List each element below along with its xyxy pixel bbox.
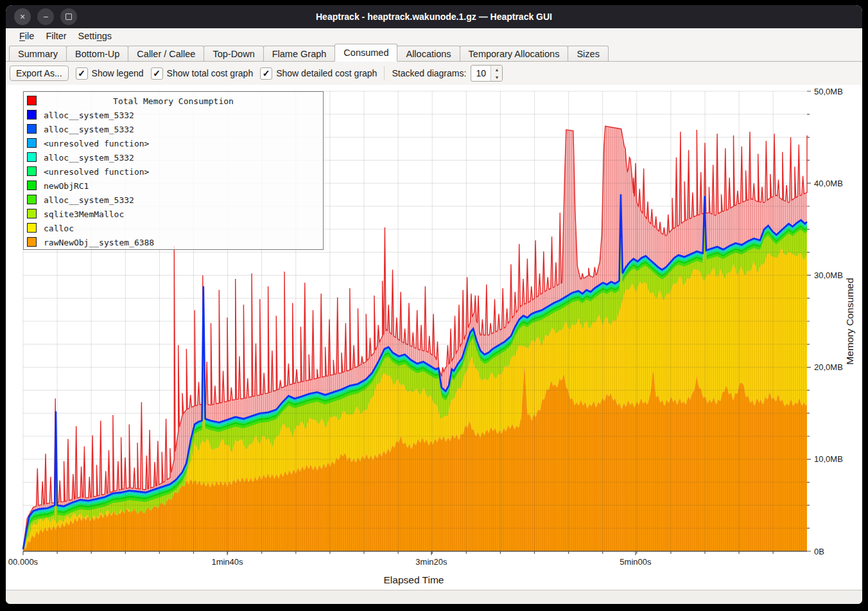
spin-down-icon[interactable]: ▼ [491,73,502,81]
legend-label: <unresolved function> [44,167,149,177]
tab-bottom-up[interactable]: Bottom-Up [66,46,128,61]
checkbox-checked-icon: ✓ [76,67,88,80]
show-legend-checkbox[interactable]: ✓ Show legend [76,67,144,80]
legend-title-row: Total Memory Consumption [24,94,323,108]
legend-item: <unresolved function> [24,164,323,179]
legend-label: sqlite3MemMalloc [44,209,124,219]
checkbox-label: Show legend [92,68,144,78]
legend-label: Total Memory Consumption [24,96,323,106]
legend-label: alloc__system_5332 [44,111,134,120]
menu-settings[interactable]: Settings [73,31,117,41]
svg-text:0B: 0B [814,547,824,556]
svg-text:5min00s: 5min00s [620,557,652,567]
show-total-cost-checkbox[interactable]: ✓ Show total cost graph [151,67,254,80]
legend-item: <unresolved function> [24,136,323,150]
memory-chart[interactable]: 00.000s1min40s3min20s5min00s0B10,0MB20,0… [6,85,862,590]
menu-bar: FileFilterSettings [6,28,862,44]
spin-up-icon[interactable]: ▲ [491,66,502,73]
tab-summary[interactable]: Summary [9,46,67,61]
export-as-button[interactable]: Export As... [10,66,69,81]
legend-item: alloc__system_5332 [24,150,323,164]
legend-swatch [27,138,37,148]
legend-item: rawNewObj__system_6388 [24,235,323,249]
checkbox-checked-icon: ✓ [260,67,272,80]
heaptrack-window: × − Heaptrack - heaptrack.wakunode.1.gz … [6,5,862,604]
legend-item: alloc__system_5332 [24,193,323,207]
legend-swatch [27,110,37,120]
toolbar: Export As... ✓ Show legend ✓ Show total … [6,62,862,85]
legend-label: rawNewObj__system_6388 [44,238,154,247]
svg-text:40,0MB: 40,0MB [814,179,843,188]
svg-text:20,0MB: 20,0MB [814,362,843,372]
legend-label: alloc__system_5332 [44,195,134,205]
tab-sizes[interactable]: Sizes [568,46,608,61]
tab-bar: SummaryBottom-UpCaller / CalleeTop-DownF… [6,44,862,62]
legend-swatch [27,166,37,176]
legend-item: calloc [24,221,323,235]
svg-text:Memory Consumed: Memory Consumed [844,278,855,364]
legend-item: alloc__system_5332 [24,108,323,122]
legend-item: newObjRC1 [24,179,323,193]
legend-swatch [27,152,37,162]
menu-file[interactable]: File [13,31,40,41]
legend-label: newObjRC1 [44,181,89,191]
svg-text:1min40s: 1min40s [211,557,243,567]
legend-swatch [27,237,37,247]
legend-item: sqlite3MemMalloc [24,207,323,221]
stacked-diagrams-spinbox[interactable]: 10 ▲ ▼ [471,65,503,82]
svg-text:00.000s: 00.000s [8,557,39,567]
legend-label: <unresolved function> [44,139,149,148]
legend-swatch [27,181,37,190]
legend-swatch [27,96,37,105]
legend-swatch [27,209,37,218]
menu-filter[interactable]: Filter [40,31,72,41]
svg-text:Elapsed Time: Elapsed Time [384,574,444,585]
svg-text:30,0MB: 30,0MB [814,270,843,280]
show-detailed-cost-checkbox[interactable]: ✓ Show detailed cost graph [260,67,377,80]
tab-temporary-allocations[interactable]: Temporary Allocations [460,46,569,61]
tab-flame-graph[interactable]: Flame Graph [263,46,336,61]
checkbox-label: Show detailed cost graph [276,68,377,78]
legend-swatch [27,124,37,134]
checkbox-label: Show total cost graph [167,68,254,78]
window-title: Heaptrack - heaptrack.wakunode.1.gz — He… [6,12,862,22]
stacked-diagrams-label: Stacked diagrams: [392,68,466,78]
status-bar [6,590,862,604]
title-bar[interactable]: × − Heaptrack - heaptrack.wakunode.1.gz … [6,5,862,28]
checkbox-checked-icon: ✓ [151,67,163,80]
legend-swatch [27,195,37,204]
toolbar-separator [384,66,385,80]
svg-text:10,0MB: 10,0MB [814,454,843,464]
tab-caller-callee[interactable]: Caller / Callee [128,46,204,61]
legend-label: alloc__system_5332 [44,125,134,134]
spinbox-value: 10 [471,66,490,81]
legend-item: alloc__system_5332 [24,122,323,136]
legend-label: calloc [44,224,74,233]
tab-top-down[interactable]: Top-Down [204,46,263,61]
svg-text:3min20s: 3min20s [415,557,447,567]
tab-allocations[interactable]: Allocations [397,46,460,61]
chart-legend: Total Memory Consumptionalloc__system_53… [23,91,324,250]
legend-label: alloc__system_5332 [44,153,134,163]
legend-swatch [27,223,37,233]
tab-consumed[interactable]: Consumed [334,44,397,62]
svg-text:50,0MB: 50,0MB [814,87,843,96]
